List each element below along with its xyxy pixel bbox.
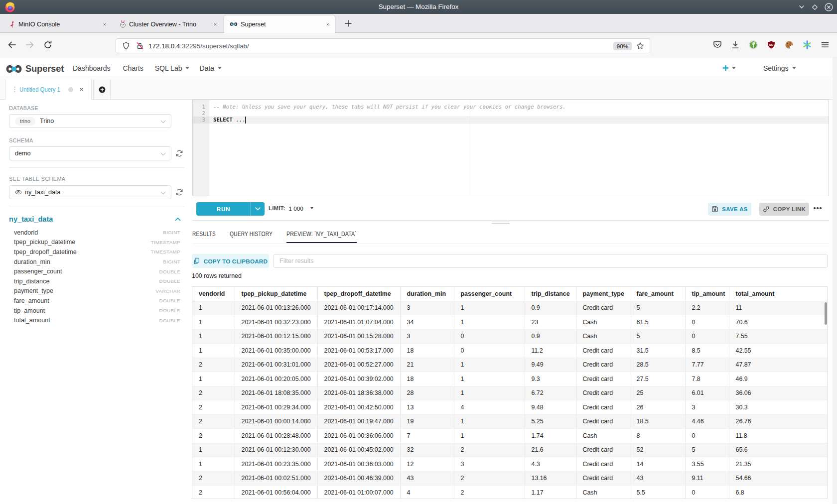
forward-button[interactable] — [25, 40, 34, 49]
save-as-button[interactable]: SAVE AS — [708, 203, 751, 216]
sql-editor[interactable]: 1 2 3 -- Note: Unless you save your quer… — [192, 100, 829, 196]
cookie-extension-icon[interactable] — [785, 40, 794, 49]
tab-close-icon[interactable] — [325, 22, 330, 27]
nav-item-sql-lab[interactable]: SQL Lab — [155, 64, 190, 72]
schema-table-title[interactable]: ny_taxi_data — [9, 215, 53, 223]
table-header-cell[interactable]: duration_min — [400, 287, 454, 301]
table-row[interactable]: 22021-06-01 00:28:48.0002021-06-01 00:36… — [192, 429, 828, 443]
table-header-cell[interactable]: vendorid — [192, 287, 235, 301]
table-header-cell[interactable]: tip_amount — [685, 287, 729, 301]
table-row[interactable]: 22021-06-01 00:29:34.0002021-06-01 00:42… — [192, 400, 828, 415]
table-header-cell[interactable]: fare_amount — [630, 287, 685, 301]
schema-column-row[interactable]: tpep_dropoff_datetime TIMESTAMP — [9, 247, 180, 257]
table-cell: 1.17 — [525, 486, 576, 500]
table-row[interactable]: 12021-06-01 00:35:00.0002021-06-01 00:53… — [192, 344, 828, 358]
window-minimize-icon[interactable] — [798, 3, 805, 10]
window-close-icon[interactable] — [825, 3, 833, 11]
superset-navbar: Superset Dashboards Charts SQL Lab Data … — [0, 57, 837, 79]
tab-results[interactable]: RESULTS — [192, 231, 220, 238]
database-select[interactable]: trino Trino — [9, 114, 171, 128]
run-query-button[interactable]: RUN — [196, 202, 265, 216]
browser-tab-trino[interactable]: Cluster Overview - Trino — [115, 15, 222, 33]
lock-insecure-icon[interactable] — [136, 42, 144, 50]
table-row[interactable]: 12021-06-01 00:20:05.0002021-06-01 00:39… — [192, 372, 828, 386]
url-bar[interactable]: 172.18.0.4:32295/superset/sqllab/ 90% — [116, 38, 650, 53]
menu-hamburger-icon[interactable] — [821, 40, 830, 49]
table-row[interactable]: 22021-06-01 00:02:51.0002021-06-01 00:46… — [192, 471, 828, 486]
collapse-chevron-icon[interactable] — [175, 217, 181, 221]
chevron-down-icon — [185, 67, 189, 69]
tab-preview[interactable]: PREVIEW: `NY_TAXI_DATA` — [286, 231, 366, 238]
schema-column-row[interactable]: total_amount DOUBLE — [9, 315, 180, 325]
table-header-cell[interactable]: tpep_pickup_datetime — [235, 287, 317, 301]
ublock-origin-icon[interactable]: uO — [767, 40, 776, 49]
window-maximize-icon[interactable] — [812, 4, 818, 10]
navbar-settings-menu[interactable]: Settings — [763, 57, 796, 79]
nav-item-data[interactable]: Data — [199, 64, 222, 72]
filter-results-input[interactable]: Filter results — [274, 254, 828, 268]
nav-item-charts[interactable]: Charts — [123, 64, 143, 72]
back-button[interactable] — [7, 40, 16, 49]
downloads-icon[interactable] — [731, 40, 740, 49]
browser-tab-minio[interactable]: MinIO Console — [4, 15, 112, 33]
run-label[interactable]: RUN — [196, 202, 251, 216]
table-row[interactable]: 22021-06-01 18:08:35.0002021-06-01 18:36… — [192, 386, 828, 400]
superset-brand[interactable]: Superset — [4, 63, 64, 74]
schema-column-row[interactable]: tip_amount DOUBLE — [9, 306, 180, 316]
table-header-cell[interactable]: payment_type — [576, 287, 630, 301]
shield-icon[interactable] — [122, 42, 130, 50]
run-options-button[interactable] — [251, 202, 265, 216]
pocket-icon[interactable] — [713, 40, 722, 49]
schema-column-row[interactable]: duration_min BIGINT — [9, 257, 180, 267]
copy-link-button[interactable]: COPY LINK — [759, 203, 809, 216]
nav-item-dashboards[interactable]: Dashboards — [73, 64, 111, 72]
table-select[interactable]: ny_taxi_data — [9, 185, 171, 199]
reload-button[interactable] — [43, 40, 52, 49]
tab-close-icon[interactable] — [213, 22, 218, 27]
table-row[interactable]: 22021-06-01 00:00:14.0002021-06-01 00:19… — [192, 414, 828, 429]
schema-column-row[interactable]: trip_distance DOUBLE — [9, 276, 180, 286]
tab-query-history[interactable]: QUERY HISTORY — [230, 231, 280, 238]
table-row[interactable]: 22021-06-01 00:56:04.0002021-06-01 01:00… — [192, 486, 828, 500]
table-row[interactable]: 12021-06-01 00:13:26.0002021-06-01 00:17… — [192, 301, 828, 315]
query-options-button[interactable] — [812, 196, 824, 220]
page-scrollbar-track[interactable] — [833, 57, 837, 504]
add-query-tab-button[interactable] — [93, 79, 111, 100]
schema-select[interactable]: demo — [9, 146, 171, 160]
tab-close-icon[interactable] — [102, 22, 107, 27]
colorful-extension-icon[interactable] — [803, 40, 812, 49]
limit-dropdown[interactable]: LIMIT: 1 000 — [269, 196, 313, 220]
privacy-extension-icon[interactable] — [749, 40, 758, 49]
url-text[interactable]: 172.18.0.4:32295/superset/sqllab/ — [148, 42, 613, 50]
table-row[interactable]: 22021-06-01 00:31:01.0002021-06-01 00:52… — [192, 358, 828, 372]
schema-column-row[interactable]: fare_amount DOUBLE — [9, 296, 180, 306]
table-header-cell[interactable]: passenger_count — [454, 287, 525, 301]
editor-code[interactable]: -- Note: Unless you save your query, the… — [213, 104, 829, 124]
chevron-down-icon — [160, 191, 166, 195]
table-header-cell[interactable]: tpep_dropoff_datetime — [317, 287, 400, 301]
refresh-table-icon[interactable] — [175, 188, 183, 196]
schema-column-row[interactable]: vendorid BIGINT — [9, 228, 180, 238]
query-tab-close-icon[interactable] — [79, 87, 84, 92]
refresh-schema-icon[interactable] — [175, 149, 183, 157]
bookmark-star-icon[interactable] — [636, 42, 644, 50]
zoom-indicator[interactable]: 90% — [613, 42, 632, 50]
pane-drag-handle-icon[interactable] — [492, 222, 510, 225]
query-tab-active[interactable]: Untitled Query 1 — [5, 79, 92, 100]
schema-column-row[interactable]: tpep_pickup_datetime TIMESTAMP — [9, 238, 180, 248]
drag-handle-icon[interactable] — [13, 86, 16, 93]
table-row[interactable]: 12021-06-01 00:12:15.0002021-06-01 00:15… — [192, 329, 828, 344]
table-scrollbar-thumb[interactable] — [825, 302, 827, 325]
table-header-cell[interactable]: total_amount — [729, 287, 828, 301]
table-row[interactable]: 12021-06-01 00:32:23.0002021-06-01 01:07… — [192, 315, 828, 330]
navbar-add-button[interactable] — [722, 57, 736, 79]
table-row[interactable]: 12021-06-01 00:23:35.0002021-06-01 00:36… — [192, 457, 828, 472]
pane-divider[interactable] — [192, 220, 829, 221]
table-row[interactable]: 12021-06-01 00:12:30.0002021-06-01 00:45… — [192, 443, 828, 457]
table-header-cell[interactable]: trip_distance — [525, 287, 576, 301]
new-tab-button[interactable] — [341, 16, 355, 30]
browser-tab-superset[interactable]: Superset — [224, 15, 335, 33]
schema-column-row[interactable]: payment_type VARCHAR — [9, 286, 180, 296]
copy-to-clipboard-button[interactable]: COPY TO CLIPBOARD — [192, 254, 269, 268]
schema-column-row[interactable]: passenger_count DOUBLE — [9, 266, 180, 276]
